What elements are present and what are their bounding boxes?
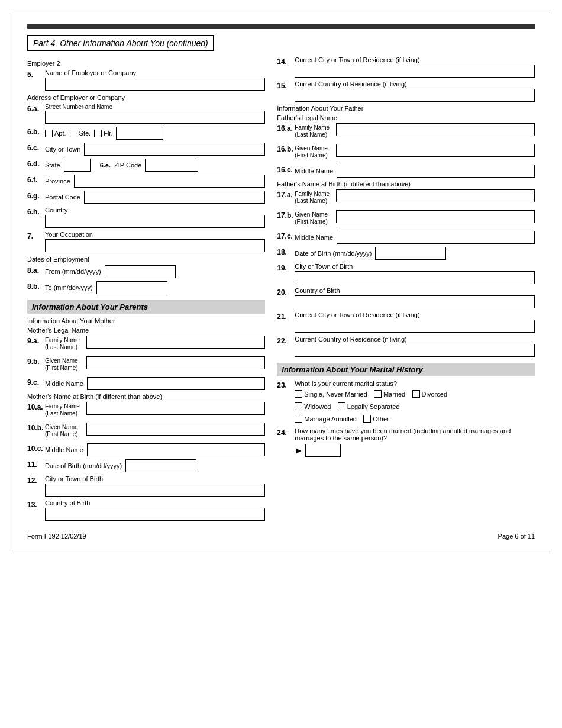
single-checkbox[interactable] — [295, 390, 302, 398]
married-checkbox[interactable] — [374, 390, 382, 398]
ste-checkbox[interactable] — [70, 130, 77, 137]
q10a-num: 10.a. — [27, 402, 45, 411]
single-label: Single, Never Married — [304, 391, 367, 398]
q16b-input[interactable] — [336, 144, 535, 157]
q20-input[interactable] — [295, 295, 535, 308]
q8b-input[interactable] — [96, 281, 167, 294]
q15-label: Current Country of Residence (if living) — [295, 80, 535, 88]
q16c-input[interactable] — [337, 165, 535, 178]
q6c-input[interactable] — [84, 143, 265, 156]
q9b-input[interactable] — [86, 356, 265, 369]
q6d-label: State — [45, 162, 60, 169]
q12-num: 12. — [27, 475, 45, 485]
q10a-input[interactable] — [86, 402, 265, 415]
q19-input[interactable] — [295, 271, 535, 284]
q5-label: Name of Employer or Company — [45, 69, 265, 76]
q21-input[interactable] — [295, 320, 535, 333]
divorced-option: Divorced — [412, 390, 447, 398]
q17c-num: 17.c. — [277, 231, 295, 240]
q22-label: Current Country of Residence (if living) — [295, 336, 535, 343]
q7-num: 7. — [27, 231, 45, 240]
q21-row: 21. Current City or Town of Residence (i… — [277, 311, 535, 333]
q6h-input[interactable] — [45, 215, 265, 228]
q6g-input[interactable] — [84, 191, 265, 204]
legally-separated-checkbox[interactable] — [338, 402, 345, 410]
q12-input[interactable] — [45, 484, 265, 497]
divorced-label: Divorced — [422, 391, 447, 398]
q6c-num: 6.c. — [27, 143, 45, 152]
q5-input[interactable] — [45, 78, 265, 91]
q17a-input[interactable] — [336, 189, 535, 202]
q16a-input[interactable] — [336, 123, 535, 136]
q24-num: 24. — [277, 427, 295, 437]
q10c-num: 10.c. — [27, 443, 45, 453]
q6g-inline: Postal Code — [45, 191, 265, 204]
q18-content: Date of Birth (mm/dd/yyyy) — [295, 247, 535, 260]
q6b-input[interactable] — [116, 127, 163, 140]
q5-row: 5. Name of Employer or Company — [27, 69, 265, 91]
q6a-num: 6.a. — [27, 104, 45, 113]
q6e-input[interactable] — [145, 159, 198, 172]
q6d-num: 6.d. — [27, 159, 45, 168]
q15-num: 15. — [277, 80, 295, 90]
other-option: Other — [363, 415, 389, 423]
marriage-annulled-checkbox[interactable] — [295, 415, 302, 423]
q10b-input[interactable] — [86, 423, 265, 436]
q6f-inline: Province — [45, 175, 265, 188]
q11-row: 11. Date of Birth (mm/dd/yyyy) — [27, 459, 265, 472]
q10b-row: 10.b. Given Name (First Name) — [27, 423, 265, 440]
q7-input[interactable] — [45, 239, 265, 252]
q8a-row: 8.a. From (mm/dd/yyyy) — [27, 265, 265, 278]
q16b-num: 16.b. — [277, 144, 295, 153]
q17a-name-row: Family Name (Last Name) — [295, 189, 535, 205]
q6a-label: Street Number and Name — [45, 104, 265, 111]
q24-input[interactable] — [305, 444, 341, 457]
q17a-content: Family Name (Last Name) — [295, 189, 535, 207]
q6b-inline: Apt. Ste. Flr. — [45, 127, 265, 140]
q6d-input[interactable] — [64, 159, 91, 172]
widowed-checkbox[interactable] — [295, 402, 302, 410]
q6c-label: City or Town — [45, 146, 80, 153]
q6f-input[interactable] — [74, 175, 265, 188]
q9c-input[interactable] — [87, 377, 265, 390]
q15-input[interactable] — [295, 89, 535, 102]
q23-options-row2: Widowed Legally Separated — [295, 402, 535, 412]
q16c-content: Middle Name — [295, 165, 535, 178]
q10b-name-row: Given Name (First Name) — [45, 423, 265, 438]
right-column: 14. Current City or Town of Residence (i… — [277, 56, 535, 524]
q8a-content: From (mm/dd/yyyy) — [45, 265, 265, 278]
q17b-input[interactable] — [336, 210, 535, 223]
q11-input[interactable] — [125, 459, 196, 472]
q13-input[interactable] — [45, 508, 265, 521]
q11-inline: Date of Birth (mm/dd/yyyy) — [45, 459, 265, 472]
q6e-label: ZIP Code — [114, 162, 141, 169]
q10a-name-row: Family Name (Last Name) — [45, 402, 265, 417]
q16a-label: Family Name (Last Name) — [295, 123, 336, 138]
q17b-row: 17.b. Given Name (First Name) — [277, 210, 535, 228]
apt-checkbox-item: Apt. — [45, 130, 66, 137]
q13-num: 13. — [27, 500, 45, 509]
q14-input[interactable] — [295, 65, 535, 78]
q17c-input[interactable] — [337, 231, 535, 244]
q10c-input[interactable] — [87, 443, 265, 456]
section-parents: Information About Your Parents — [27, 300, 265, 314]
ste-checkbox-item: Ste. — [70, 130, 91, 137]
q22-input[interactable] — [295, 344, 535, 357]
q6a-input[interactable] — [45, 111, 265, 124]
q6b-row: 6.b. Apt. Ste. Flr. — [27, 127, 265, 140]
divorced-checkbox[interactable] — [412, 390, 420, 398]
q18-input[interactable] — [375, 247, 446, 260]
other-checkbox[interactable] — [363, 415, 371, 423]
q23-num: 23. — [277, 380, 295, 389]
flr-checkbox[interactable] — [94, 130, 102, 137]
q8a-input[interactable] — [105, 265, 176, 278]
part-header: Part 4. Other Information About You (con… — [27, 35, 535, 56]
q9a-input[interactable] — [86, 336, 265, 349]
q17c-row: 17.c. Middle Name — [277, 231, 535, 244]
apt-label: Apt. — [54, 130, 66, 137]
apt-checkbox[interactable] — [45, 130, 53, 137]
q20-row: 20. Country of Birth — [277, 287, 535, 308]
q17b-label: Given Name (First Name) — [295, 210, 336, 226]
q9a-label: Family Name (Last Name) — [45, 336, 86, 351]
other-label: Other — [373, 415, 389, 423]
